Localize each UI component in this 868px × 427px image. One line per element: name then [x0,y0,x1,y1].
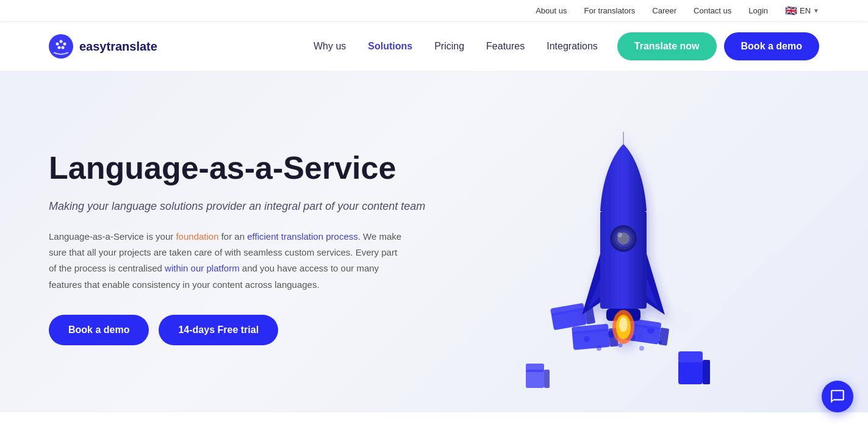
main-nav: easytranslate Why us Solutions Pricing F… [0,22,868,71]
svg-point-12 [639,346,644,351]
topbar-career[interactable]: Career [652,6,676,15]
nav-integrations[interactable]: Integrations [547,41,598,52]
svg-rect-39 [526,364,544,372]
svg-point-30 [617,232,622,237]
nav-features[interactable]: Features [486,41,525,52]
nav-why-us[interactable]: Why us [314,41,346,52]
logo-icon [49,34,73,59]
topbar-login[interactable]: Login [748,6,768,15]
svg-point-2 [60,40,63,43]
chat-button[interactable] [822,381,853,412]
nav-links: Why us Solutions Pricing Features Integr… [314,41,598,52]
topbar-about-us[interactable]: About us [536,6,567,15]
flag-icon: 🇬🇧 [785,5,797,16]
topbar-contact-us[interactable]: Contact us [694,6,731,15]
topbar-for-translators[interactable]: For translators [584,6,636,15]
svg-point-4 [58,46,61,49]
svg-rect-35 [678,360,703,384]
hero-buttons: Book a demo 14-days Free trial [49,315,427,345]
hero-content: Language-as-a-Service Making your langua… [49,150,427,345]
hero-illustration [427,107,819,388]
svg-point-5 [62,46,65,49]
book-demo-nav-button[interactable]: Book a demo [724,32,819,60]
chevron-down-icon: ▼ [813,7,819,14]
translate-now-button[interactable]: Translate now [617,32,717,60]
svg-point-34 [619,317,628,332]
hero-body: Language-as-a-Service is your foundation… [49,229,403,293]
svg-point-3 [63,43,66,46]
language-code: EN [800,6,811,15]
svg-rect-38 [526,370,544,388]
svg-rect-37 [703,360,710,384]
hero-book-demo-button[interactable]: Book a demo [49,315,149,345]
chat-bubble-icon [830,389,845,404]
hero-section: Language-as-a-Service Making your langua… [0,71,868,412]
svg-rect-36 [678,351,703,362]
top-bar: About us For translators Career Contact … [0,0,868,22]
nav-solutions[interactable]: Solutions [368,41,412,52]
svg-rect-40 [544,370,550,388]
hero-trial-button[interactable]: 14-days Free trial [159,315,278,345]
svg-point-1 [56,43,59,46]
hero-subtitle: Making your language solutions provider … [49,199,427,214]
logo-text: easytranslate [79,40,157,54]
language-selector[interactable]: 🇬🇧 EN ▼ [785,5,819,16]
rocket-illustration [514,107,733,388]
logo[interactable]: easytranslate [49,34,157,59]
hero-title: Language-as-a-Service [49,150,427,187]
nav-pricing[interactable]: Pricing [434,41,464,52]
